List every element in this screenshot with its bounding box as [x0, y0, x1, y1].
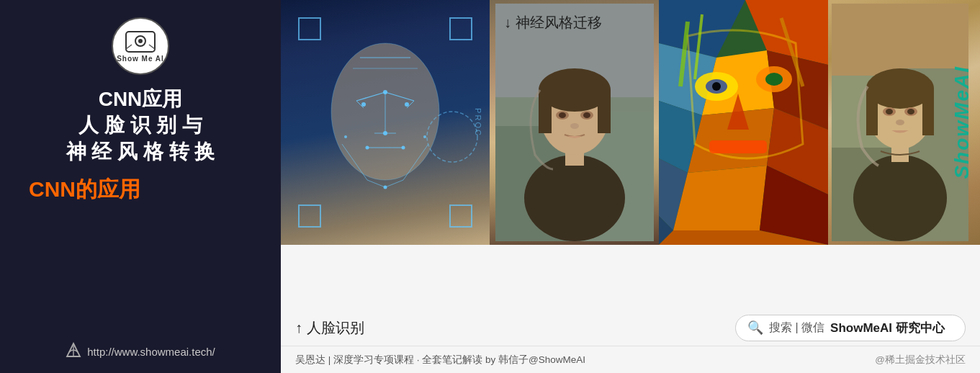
bottom-bar: ↑ 人脸识别 🔍 搜索 | 微信 ShowMeAI 研究中心 吴恩达 | 深度学…	[281, 310, 980, 373]
sidebar-link-area: http://www.showmeai.tech/	[66, 331, 215, 361]
sidebar-title: CNN应用 人 脸 识 别 与 神 经 风 格 转 换	[66, 86, 215, 165]
logo-circle: Show Me AI	[112, 17, 169, 75]
cubist-panel	[659, 0, 828, 245]
bottom-footer: 吴恩达 | 深度学习专项课程 · 全套笔记解读 by 韩信子@ShowMeAI …	[281, 346, 980, 373]
svg-line-3	[126, 45, 132, 49]
cubist-illustration	[659, 0, 828, 245]
cubist-bg	[659, 0, 828, 245]
bottom-top-row: ↑ 人脸识别 🔍 搜索 | 微信 ShowMeAI 研究中心	[281, 310, 980, 346]
mona-lisa-panel	[490, 0, 659, 245]
svg-point-28	[405, 102, 409, 107]
title-line2: 人 脸 识 别 与	[78, 114, 202, 136]
svg-point-49	[583, 112, 590, 118]
svg-point-69	[765, 73, 783, 86]
face-label: ↑ 人脸识别	[295, 318, 364, 338]
face-recognition-panel: PROC	[281, 0, 490, 245]
cnn-label: CNN的应用	[29, 175, 140, 205]
svg-point-50	[570, 123, 579, 129]
svg-line-4	[149, 45, 155, 49]
svg-point-40	[524, 155, 625, 241]
svg-point-30	[383, 131, 387, 135]
svg-line-20	[367, 180, 385, 187]
title-line1: CNN应用	[99, 88, 183, 110]
title-line3: 神 经 风 格 转 换	[66, 140, 215, 163]
watermark: ShowMeAI	[944, 0, 980, 245]
svg-marker-61	[673, 166, 767, 230]
proc-text: PROC	[474, 108, 482, 137]
svg-point-29	[383, 90, 387, 94]
svg-point-33	[384, 186, 387, 189]
mona-lisa-illustration	[495, 4, 654, 241]
svg-rect-25	[450, 205, 472, 227]
sidebar-url[interactable]: http://www.showmeai.tech/	[87, 346, 215, 358]
search-label: 搜索 | 微信	[769, 320, 824, 336]
svg-rect-24	[299, 205, 320, 227]
logo-area: Show Me AI	[112, 17, 169, 79]
svg-rect-23	[450, 18, 472, 40]
svg-point-2	[138, 39, 143, 43]
logo-icon	[125, 30, 156, 55]
neural-label: ↓ 神经风格迁移	[504, 13, 602, 32]
face-geometry-overlay	[281, 0, 490, 245]
main-content: ↓ 神经风格迁移 ShowMeAI	[281, 0, 980, 373]
search-box[interactable]: 🔍 搜索 | 微信 ShowMeAI 研究中心	[735, 315, 966, 341]
svg-rect-45	[598, 90, 611, 133]
watermark-text: ShowMeAI	[950, 66, 974, 179]
link-icon	[66, 342, 81, 361]
svg-rect-44	[539, 90, 552, 133]
svg-line-21	[385, 180, 403, 187]
search-icon: 🔍	[747, 320, 763, 336]
footer-credit: 吴恩达 | 深度学习专项课程 · 全套笔记解读 by 韩信子@ShowMeAI	[295, 354, 585, 367]
images-section: ↓ 神经风格迁移 ShowMeAI	[281, 0, 980, 310]
sidebar: Show Me AI CNN应用 人 脸 识 别 与 神 经 风 格 转 换 C…	[0, 0, 281, 373]
footer-community: @稀土掘金技术社区	[875, 354, 966, 367]
svg-point-32	[402, 146, 405, 150]
search-brand: ShowMeAI 研究中心	[830, 320, 945, 336]
svg-point-34	[344, 135, 347, 138]
svg-rect-71	[709, 140, 767, 153]
svg-point-48	[559, 112, 566, 118]
svg-point-35	[423, 135, 426, 138]
svg-rect-22	[299, 18, 320, 40]
svg-point-31	[366, 146, 369, 150]
logo-label: Show Me AI	[117, 55, 164, 63]
svg-point-67	[712, 82, 721, 91]
svg-point-27	[361, 102, 366, 107]
